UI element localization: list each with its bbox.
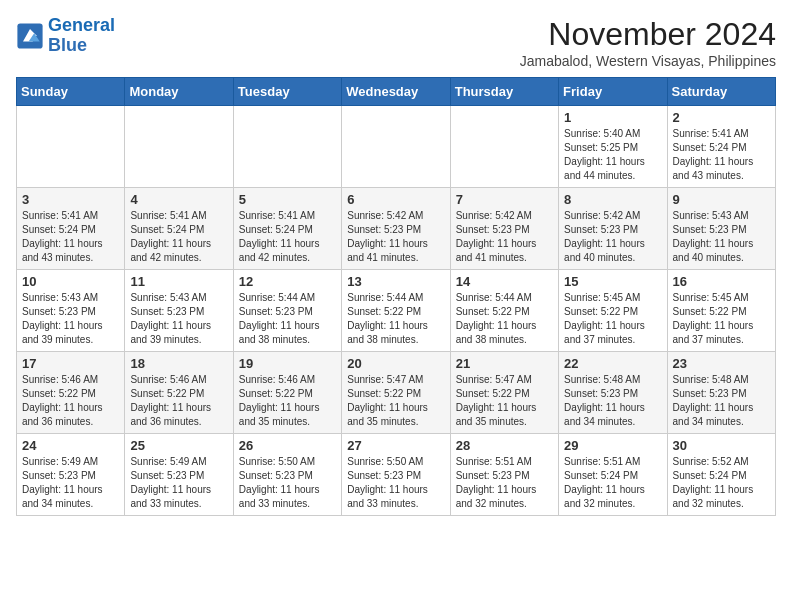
calendar-cell: 14Sunrise: 5:44 AM Sunset: 5:22 PM Dayli…	[450, 270, 558, 352]
day-info: Sunrise: 5:41 AM Sunset: 5:24 PM Dayligh…	[239, 209, 336, 265]
day-number: 20	[347, 356, 444, 371]
calendar-cell: 28Sunrise: 5:51 AM Sunset: 5:23 PM Dayli…	[450, 434, 558, 516]
day-number: 29	[564, 438, 661, 453]
day-info: Sunrise: 5:43 AM Sunset: 5:23 PM Dayligh…	[22, 291, 119, 347]
calendar-table: SundayMondayTuesdayWednesdayThursdayFrid…	[16, 77, 776, 516]
day-number: 25	[130, 438, 227, 453]
calendar-week-row: 1Sunrise: 5:40 AM Sunset: 5:25 PM Daylig…	[17, 106, 776, 188]
weekday-header-thursday: Thursday	[450, 78, 558, 106]
calendar-cell: 3Sunrise: 5:41 AM Sunset: 5:24 PM Daylig…	[17, 188, 125, 270]
page-header: General Blue November 2024 Jamabalod, We…	[16, 16, 776, 69]
day-number: 26	[239, 438, 336, 453]
day-number: 12	[239, 274, 336, 289]
weekday-header-tuesday: Tuesday	[233, 78, 341, 106]
day-number: 4	[130, 192, 227, 207]
calendar-week-row: 3Sunrise: 5:41 AM Sunset: 5:24 PM Daylig…	[17, 188, 776, 270]
calendar-cell: 7Sunrise: 5:42 AM Sunset: 5:23 PM Daylig…	[450, 188, 558, 270]
calendar-cell	[17, 106, 125, 188]
calendar-cell: 4Sunrise: 5:41 AM Sunset: 5:24 PM Daylig…	[125, 188, 233, 270]
day-info: Sunrise: 5:51 AM Sunset: 5:23 PM Dayligh…	[456, 455, 553, 511]
day-info: Sunrise: 5:42 AM Sunset: 5:23 PM Dayligh…	[564, 209, 661, 265]
calendar-cell: 5Sunrise: 5:41 AM Sunset: 5:24 PM Daylig…	[233, 188, 341, 270]
calendar-cell: 2Sunrise: 5:41 AM Sunset: 5:24 PM Daylig…	[667, 106, 775, 188]
calendar-cell: 11Sunrise: 5:43 AM Sunset: 5:23 PM Dayli…	[125, 270, 233, 352]
day-info: Sunrise: 5:43 AM Sunset: 5:23 PM Dayligh…	[130, 291, 227, 347]
weekday-header-row: SundayMondayTuesdayWednesdayThursdayFrid…	[17, 78, 776, 106]
calendar-cell: 26Sunrise: 5:50 AM Sunset: 5:23 PM Dayli…	[233, 434, 341, 516]
day-number: 14	[456, 274, 553, 289]
weekday-header-monday: Monday	[125, 78, 233, 106]
day-info: Sunrise: 5:45 AM Sunset: 5:22 PM Dayligh…	[564, 291, 661, 347]
day-number: 17	[22, 356, 119, 371]
day-info: Sunrise: 5:52 AM Sunset: 5:24 PM Dayligh…	[673, 455, 770, 511]
day-info: Sunrise: 5:46 AM Sunset: 5:22 PM Dayligh…	[22, 373, 119, 429]
day-number: 18	[130, 356, 227, 371]
day-info: Sunrise: 5:41 AM Sunset: 5:24 PM Dayligh…	[130, 209, 227, 265]
calendar-cell: 29Sunrise: 5:51 AM Sunset: 5:24 PM Dayli…	[559, 434, 667, 516]
calendar-cell: 8Sunrise: 5:42 AM Sunset: 5:23 PM Daylig…	[559, 188, 667, 270]
month-title: November 2024	[520, 16, 776, 53]
day-number: 5	[239, 192, 336, 207]
calendar-cell: 22Sunrise: 5:48 AM Sunset: 5:23 PM Dayli…	[559, 352, 667, 434]
day-number: 22	[564, 356, 661, 371]
day-info: Sunrise: 5:40 AM Sunset: 5:25 PM Dayligh…	[564, 127, 661, 183]
day-number: 16	[673, 274, 770, 289]
calendar-cell: 6Sunrise: 5:42 AM Sunset: 5:23 PM Daylig…	[342, 188, 450, 270]
day-info: Sunrise: 5:46 AM Sunset: 5:22 PM Dayligh…	[239, 373, 336, 429]
day-number: 21	[456, 356, 553, 371]
calendar-cell: 16Sunrise: 5:45 AM Sunset: 5:22 PM Dayli…	[667, 270, 775, 352]
calendar-cell: 24Sunrise: 5:49 AM Sunset: 5:23 PM Dayli…	[17, 434, 125, 516]
calendar-cell: 30Sunrise: 5:52 AM Sunset: 5:24 PM Dayli…	[667, 434, 775, 516]
day-number: 28	[456, 438, 553, 453]
calendar-cell	[450, 106, 558, 188]
day-number: 9	[673, 192, 770, 207]
day-number: 2	[673, 110, 770, 125]
day-info: Sunrise: 5:49 AM Sunset: 5:23 PM Dayligh…	[130, 455, 227, 511]
calendar-cell: 20Sunrise: 5:47 AM Sunset: 5:22 PM Dayli…	[342, 352, 450, 434]
weekday-header-wednesday: Wednesday	[342, 78, 450, 106]
location-subtitle: Jamabalod, Western Visayas, Philippines	[520, 53, 776, 69]
day-number: 15	[564, 274, 661, 289]
calendar-cell: 27Sunrise: 5:50 AM Sunset: 5:23 PM Dayli…	[342, 434, 450, 516]
day-info: Sunrise: 5:47 AM Sunset: 5:22 PM Dayligh…	[347, 373, 444, 429]
day-info: Sunrise: 5:50 AM Sunset: 5:23 PM Dayligh…	[347, 455, 444, 511]
logo-text: General Blue	[48, 16, 115, 56]
calendar-cell: 21Sunrise: 5:47 AM Sunset: 5:22 PM Dayli…	[450, 352, 558, 434]
day-number: 24	[22, 438, 119, 453]
calendar-week-row: 17Sunrise: 5:46 AM Sunset: 5:22 PM Dayli…	[17, 352, 776, 434]
weekday-header-friday: Friday	[559, 78, 667, 106]
day-info: Sunrise: 5:48 AM Sunset: 5:23 PM Dayligh…	[673, 373, 770, 429]
day-info: Sunrise: 5:42 AM Sunset: 5:23 PM Dayligh…	[456, 209, 553, 265]
calendar-cell: 25Sunrise: 5:49 AM Sunset: 5:23 PM Dayli…	[125, 434, 233, 516]
day-info: Sunrise: 5:41 AM Sunset: 5:24 PM Dayligh…	[673, 127, 770, 183]
day-info: Sunrise: 5:49 AM Sunset: 5:23 PM Dayligh…	[22, 455, 119, 511]
day-info: Sunrise: 5:47 AM Sunset: 5:22 PM Dayligh…	[456, 373, 553, 429]
calendar-week-row: 24Sunrise: 5:49 AM Sunset: 5:23 PM Dayli…	[17, 434, 776, 516]
day-info: Sunrise: 5:45 AM Sunset: 5:22 PM Dayligh…	[673, 291, 770, 347]
calendar-cell: 17Sunrise: 5:46 AM Sunset: 5:22 PM Dayli…	[17, 352, 125, 434]
calendar-cell	[342, 106, 450, 188]
day-number: 8	[564, 192, 661, 207]
calendar-cell: 10Sunrise: 5:43 AM Sunset: 5:23 PM Dayli…	[17, 270, 125, 352]
day-info: Sunrise: 5:44 AM Sunset: 5:23 PM Dayligh…	[239, 291, 336, 347]
calendar-cell: 13Sunrise: 5:44 AM Sunset: 5:22 PM Dayli…	[342, 270, 450, 352]
day-info: Sunrise: 5:46 AM Sunset: 5:22 PM Dayligh…	[130, 373, 227, 429]
logo: General Blue	[16, 16, 115, 56]
day-info: Sunrise: 5:50 AM Sunset: 5:23 PM Dayligh…	[239, 455, 336, 511]
calendar-cell: 15Sunrise: 5:45 AM Sunset: 5:22 PM Dayli…	[559, 270, 667, 352]
weekday-header-saturday: Saturday	[667, 78, 775, 106]
calendar-cell	[125, 106, 233, 188]
day-number: 13	[347, 274, 444, 289]
calendar-cell: 9Sunrise: 5:43 AM Sunset: 5:23 PM Daylig…	[667, 188, 775, 270]
calendar-cell: 1Sunrise: 5:40 AM Sunset: 5:25 PM Daylig…	[559, 106, 667, 188]
calendar-cell: 19Sunrise: 5:46 AM Sunset: 5:22 PM Dayli…	[233, 352, 341, 434]
day-number: 7	[456, 192, 553, 207]
day-info: Sunrise: 5:41 AM Sunset: 5:24 PM Dayligh…	[22, 209, 119, 265]
day-number: 27	[347, 438, 444, 453]
calendar-cell: 18Sunrise: 5:46 AM Sunset: 5:22 PM Dayli…	[125, 352, 233, 434]
day-info: Sunrise: 5:44 AM Sunset: 5:22 PM Dayligh…	[456, 291, 553, 347]
day-info: Sunrise: 5:44 AM Sunset: 5:22 PM Dayligh…	[347, 291, 444, 347]
logo-icon	[16, 22, 44, 50]
calendar-cell: 23Sunrise: 5:48 AM Sunset: 5:23 PM Dayli…	[667, 352, 775, 434]
day-info: Sunrise: 5:42 AM Sunset: 5:23 PM Dayligh…	[347, 209, 444, 265]
